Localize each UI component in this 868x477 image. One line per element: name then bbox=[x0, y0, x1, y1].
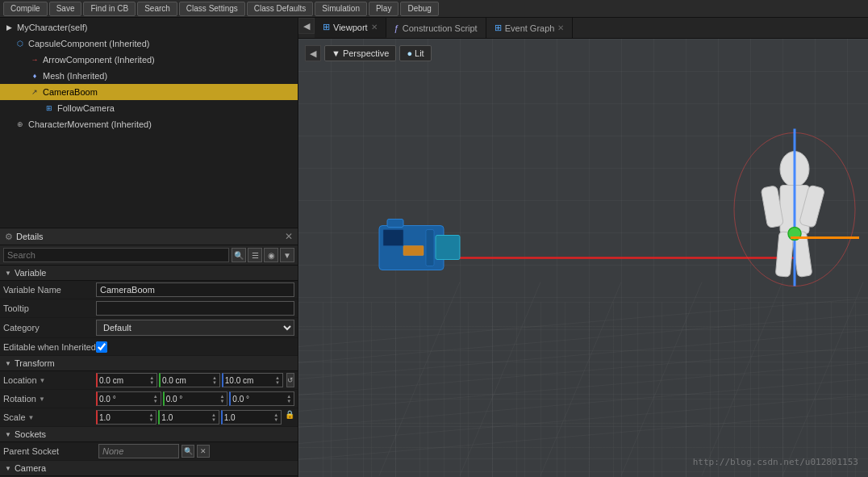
rotation-x-spin[interactable]: ▲▼ bbox=[153, 394, 161, 404]
tree-item-arrow[interactable]: → ArrowComponent (Inherited) bbox=[0, 52, 298, 68]
svg-line-9 bbox=[460, 282, 540, 476]
rotation-dropdown-arrow[interactable]: ▼ bbox=[39, 395, 45, 403]
tree-label: CapsuleComponent (Inherited) bbox=[28, 39, 149, 48]
top-toolbar: Compile Save Find in CB Search Class Set… bbox=[0, 0, 868, 18]
parent-socket-input[interactable] bbox=[98, 444, 179, 458]
sockets-section-content: Parent Socket 🔍 ✕ bbox=[0, 442, 298, 461]
search-button[interactable]: Search bbox=[137, 2, 177, 16]
search-input[interactable] bbox=[3, 248, 229, 262]
tree-label-cameraboom: CameraBoom bbox=[43, 87, 98, 97]
tab-event-close[interactable]: ✕ bbox=[557, 23, 564, 32]
section-camera[interactable]: Camera bbox=[0, 461, 298, 476]
scale-y-spin[interactable]: ▲▼ bbox=[211, 412, 219, 422]
rotation-y-spin[interactable]: ▲▼ bbox=[220, 394, 227, 404]
section-sockets-label: Sockets bbox=[15, 429, 46, 439]
svg-line-0 bbox=[298, 299, 868, 347]
tree-item-capsule[interactable]: ⬡ CapsuleComponent (Inherited) bbox=[0, 36, 298, 52]
play-button[interactable]: Play bbox=[369, 2, 399, 16]
expand-icon: ▶ bbox=[3, 22, 15, 33]
rotation-y-input[interactable] bbox=[165, 395, 220, 404]
lit-icon: ● bbox=[407, 48, 412, 58]
tooltip-label: Tooltip bbox=[3, 303, 96, 313]
location-z-spin[interactable]: ▲▼ bbox=[275, 375, 282, 385]
section-transform[interactable]: Transform bbox=[0, 356, 298, 371]
variable-name-input[interactable] bbox=[96, 282, 294, 297]
tab-viewport-close[interactable]: ✕ bbox=[371, 23, 378, 31]
rotation-z-spin[interactable]: ▲▼ bbox=[286, 394, 294, 404]
list-view-btn[interactable]: ☰ bbox=[248, 248, 262, 262]
details-title: Details bbox=[16, 232, 44, 241]
variable-name-label: Variable Name bbox=[3, 285, 96, 295]
socket-clear-btn[interactable]: ✕ bbox=[197, 445, 210, 458]
tree-item-followcamera[interactable]: ⊞ FollowCamera bbox=[0, 100, 298, 116]
section-variable[interactable]: Variable bbox=[0, 266, 298, 281]
right-panel: ◀ ⊞ Viewport ✕ ƒ Construction Script ⊞ E… bbox=[298, 18, 868, 477]
scale-z-input[interactable] bbox=[223, 413, 274, 422]
scale-z-spin[interactable]: ▲▼ bbox=[273, 412, 281, 422]
scale-row: Scale ▼ ▲▼ ▲▼ bbox=[0, 408, 298, 427]
svg-line-8 bbox=[379, 282, 460, 476]
location-x-spin[interactable]: ▲▼ bbox=[149, 375, 156, 385]
arrow-icon: → bbox=[29, 54, 40, 65]
svg-line-11 bbox=[621, 282, 702, 476]
rotation-x-input[interactable] bbox=[98, 395, 153, 404]
save-button[interactable]: Save bbox=[49, 2, 82, 16]
section-sockets[interactable]: Sockets bbox=[0, 427, 298, 442]
location-y-spin[interactable]: ▲▼ bbox=[212, 375, 219, 385]
variable-section-content: Variable Name Tooltip Category bbox=[0, 281, 298, 356]
tree-item-mycharacter[interactable]: ▶ MyCharacter(self) bbox=[0, 19, 298, 36]
tree-label: FollowCamera bbox=[57, 103, 115, 113]
viewport-nav-btn[interactable]: ◀ bbox=[305, 45, 321, 61]
debug-button[interactable]: Debug bbox=[400, 2, 438, 16]
lit-btn[interactable]: ● Lit bbox=[399, 45, 431, 61]
tree-item-mesh[interactable]: ♦ Mesh (Inherited) bbox=[0, 68, 298, 84]
compile-button[interactable]: Compile bbox=[3, 2, 48, 16]
scale-y-input[interactable] bbox=[160, 413, 211, 422]
mesh-icon: ♦ bbox=[29, 70, 40, 82]
tree-item-charactermovement[interactable]: ⊕ CharacterMovement (Inherited) bbox=[0, 116, 298, 132]
variable-name-value bbox=[96, 282, 294, 297]
rotation-label: Rotation ▼ bbox=[3, 394, 96, 404]
tree-item-cameraboom[interactable]: ↗ CameraBoom bbox=[0, 84, 298, 100]
editable-checkbox[interactable] bbox=[96, 341, 107, 353]
scale-dropdown-arrow[interactable]: ▼ bbox=[28, 414, 35, 421]
location-reset-btn[interactable]: ↺ bbox=[286, 373, 294, 387]
more-btn[interactable]: ▼ bbox=[280, 248, 294, 262]
class-defaults-button[interactable]: Class Defaults bbox=[247, 2, 313, 16]
scale-x-spin[interactable]: ▲▼ bbox=[149, 412, 156, 422]
location-x-field: ▲▼ bbox=[96, 373, 157, 387]
location-x-input[interactable] bbox=[98, 376, 149, 385]
viewport-icon: ⊞ bbox=[323, 22, 330, 32]
simulation-button[interactable]: Simulation bbox=[315, 2, 367, 16]
perspective-btn[interactable]: ▼ Perspective bbox=[324, 45, 396, 61]
svg-rect-19 bbox=[426, 230, 434, 266]
socket-search-btn[interactable]: 🔍 bbox=[182, 445, 194, 458]
rotation-y-field: ▲▼ bbox=[163, 391, 228, 406]
movement-icon: ⊕ bbox=[15, 119, 26, 130]
location-label: Location ▼ bbox=[3, 375, 96, 385]
class-settings-button[interactable]: Class Settings bbox=[179, 2, 245, 16]
tree-label: Mesh (Inherited) bbox=[43, 71, 107, 81]
details-scrollable: Variable Variable Name Tooltip bbox=[0, 266, 298, 476]
location-dropdown-arrow[interactable]: ▼ bbox=[40, 377, 46, 384]
tree-label: ArrowComponent (Inherited) bbox=[43, 55, 155, 65]
tab-nav-left[interactable]: ◀ bbox=[298, 18, 315, 34]
details-close-button[interactable]: ✕ bbox=[285, 231, 293, 242]
tree-label: CharacterMovement (Inherited) bbox=[28, 119, 152, 129]
category-select[interactable]: Default bbox=[96, 320, 294, 336]
tab-construction-script[interactable]: ƒ Construction Script bbox=[386, 18, 486, 38]
scale-x-input[interactable] bbox=[98, 413, 149, 422]
location-z-input[interactable] bbox=[223, 376, 275, 385]
parent-socket-label: Parent Socket bbox=[3, 446, 96, 456]
rotation-z-input[interactable] bbox=[231, 395, 286, 404]
tab-event-graph[interactable]: ⊞ Event Graph ✕ bbox=[486, 18, 574, 38]
viewport-area[interactable]: ◀ ▼ Perspective ● Lit bbox=[298, 39, 868, 477]
find-in-cb-button[interactable]: Find in CB bbox=[83, 2, 136, 16]
tooltip-input[interactable] bbox=[96, 301, 294, 316]
filter-btn[interactable]: ◉ bbox=[264, 248, 278, 262]
scale-lock-icon[interactable]: 🔒 bbox=[285, 410, 294, 425]
search-icon-btn[interactable]: 🔍 bbox=[232, 248, 246, 262]
scale-x-field: ▲▼ bbox=[96, 410, 156, 425]
location-y-input[interactable] bbox=[161, 376, 212, 385]
tab-viewport[interactable]: ⊞ Viewport ✕ bbox=[315, 18, 386, 38]
